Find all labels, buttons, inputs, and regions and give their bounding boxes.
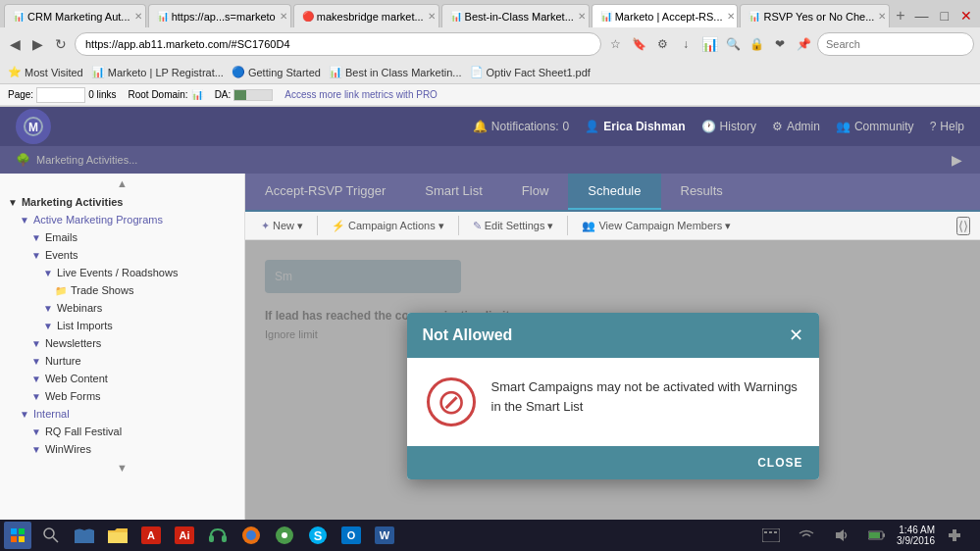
tab-label-schedule: Schedule [588,183,641,198]
star-icon[interactable]: ☆ [605,34,625,54]
taskbar-chrome[interactable] [269,522,300,549]
taskbar-search[interactable] [35,522,67,549]
tab-close-rsvp[interactable]: ✕ [878,11,886,22]
page-input[interactable] [36,87,85,103]
bookmark-getting-started[interactable]: 🔵 Getting Started [232,66,321,78]
svg-point-15 [246,530,256,540]
new-button[interactable]: ✦ New ▾ [255,218,309,234]
user-item[interactable]: 👤 Erica Dishman [585,120,685,133]
taskbar-outlook[interactable]: O [335,522,367,549]
expand-icon-wc: ▼ [31,374,41,384]
edit-settings-button[interactable]: ✎ Edit Settings ▾ [467,218,560,234]
tab-accept-rsvp[interactable]: Accept-RSVP Trigger [245,174,405,210]
tab-flow[interactable]: Flow [502,174,568,210]
modal-header-close-button[interactable]: ✕ [789,325,803,346]
bookmark-best-class[interactable]: 📊 Best in Class Marketin... [329,66,462,78]
help-item[interactable]: ? Help [930,120,964,133]
history-item[interactable]: 🕐 History [701,120,756,133]
sub-nav-label: Marketing Activities... [36,154,137,166]
tab-marketo-active[interactable]: 📊 Marketo | Accept-RS... ✕ [592,4,739,27]
seo-access-more[interactable]: Access more link metrics with PRO [284,89,438,100]
sidebar-item-rq-fall[interactable]: ▼ RQ Fall Festival [0,423,244,440]
taskbar-skype[interactable]: S [302,522,334,549]
bookmark-icon[interactable]: 🔖 [629,34,648,54]
sidebar-item-nurture[interactable]: ▼ Nurture [0,352,244,370]
tab-close-crm[interactable]: ✕ [134,11,142,22]
community-item[interactable]: 👥 Community [836,120,914,133]
taskbar-battery-icon[interactable] [861,522,893,549]
sidebar-label-ts: Trade Shows [71,284,133,296]
reload-button[interactable]: ↻ [51,34,71,54]
tab-smart-list[interactable]: Smart List [405,174,502,210]
bookmark-most-visited[interactable]: ⭐ Most Visited [8,66,83,78]
sidebar-item-webinars[interactable]: ▼ Webinars [0,299,244,317]
tab-results[interactable]: Results [661,174,743,210]
forward-button[interactable]: ▶ [28,34,47,54]
marketo-logo[interactable]: M [16,109,51,144]
taskbar-word[interactable]: W [369,522,400,549]
tab-close-best[interactable]: ✕ [578,11,586,22]
back-button[interactable]: ◀ [6,34,25,54]
content-area: ▲ ▼ Marketing Activities ▼ Active Market… [0,174,980,551]
modal-close-button[interactable]: CLOSE [757,456,802,470]
taskbar-volume-icon[interactable] [826,522,857,549]
modal-no-sign-icon: ⊘ [427,377,476,426]
download-icon[interactable]: ↓ [676,34,696,54]
sidebar-item-winwires[interactable]: ▼ WinWires [0,440,244,458]
taskbar-explorer[interactable] [69,522,100,549]
tab-crm[interactable]: 📊 CRM Marketing Aut... ✕ [4,4,146,27]
sidebar-scroll-down[interactable]: ▼ [0,458,244,477]
sidebar-item-active-programs[interactable]: ▼ Active Marketing Programs [0,211,244,228]
settings-icon[interactable]: ⚙ [652,34,672,54]
ext5-icon[interactable]: 📌 [794,34,813,54]
tab-best[interactable]: 📊 Best-in-Class Market... ✕ [441,4,590,27]
svg-rect-25 [764,531,767,533]
address-input[interactable] [75,32,601,56]
sidebar-item-events[interactable]: ▼ Events [0,246,244,264]
sub-nav-arrow-button[interactable]: ▶ [950,150,964,170]
restore-button[interactable]: □ [937,6,953,25]
taskbar-firefox[interactable] [235,522,267,549]
search-input[interactable] [817,32,974,56]
taskbar-adobe2[interactable]: Ai [169,522,200,549]
minimize-button[interactable]: — [911,6,933,25]
tab-rsvp[interactable]: 📊 RSVP Yes or No Che... ✕ [740,4,890,27]
sidebar-scroll-up[interactable]: ▲ [0,174,244,193]
sidebar-item-trade-shows[interactable]: 📁 Trade Shows [0,281,244,299]
start-button[interactable] [4,522,31,549]
ext2-icon[interactable]: 🔍 [723,34,743,54]
bookmark-marketo-lp[interactable]: 📊 Marketo | LP Registrat... [91,66,224,78]
notifications-item[interactable]: 🔔 Notifications: 0 [473,120,569,133]
ext1-icon[interactable]: 📊 [699,34,719,54]
bookmark-optiv[interactable]: 📄 Optiv Fact Sheet1.pdf [470,66,591,78]
ext3-icon[interactable]: 🔒 [747,34,766,54]
new-tab-button[interactable]: + [892,7,908,25]
sidebar-item-marketing-activities[interactable]: ▼ Marketing Activities [0,193,244,211]
tab-makes[interactable]: 🔴 makesbridge market... ✕ [293,4,439,27]
admin-item[interactable]: ⚙ Admin [772,120,820,133]
taskbar-keyboard-icon[interactable] [755,522,787,549]
sidebar-item-newsletters[interactable]: ▼ Newsletters [0,334,244,352]
tab-close-ap[interactable]: ✕ [280,11,287,22]
sidebar-item-internal[interactable]: ▼ Internal [0,405,244,423]
taskbar-notification-btn[interactable] [939,522,970,549]
sidebar-item-emails[interactable]: ▼ Emails [0,228,244,246]
tab-schedule[interactable]: Schedule [568,174,660,210]
toolbar-expand-button[interactable]: ⟨⟩ [956,217,970,235]
taskbar-folder[interactable] [102,522,133,549]
sidebar-item-list-imports[interactable]: ▼ List Imports [0,317,244,334]
taskbar-headphones[interactable] [202,522,233,549]
tab-ap[interactable]: 📊 https://ap...s=marketo ✕ [148,4,291,27]
sidebar-item-live-events[interactable]: ▼ Live Events / Roadshows [0,264,244,281]
taskbar-adobe[interactable]: A [135,522,167,549]
campaign-actions-button[interactable]: ⚡ Campaign Actions ▾ [326,218,450,234]
tab-close-makes[interactable]: ✕ [428,11,436,22]
close-window-button[interactable]: ✕ [956,6,976,25]
ext4-icon[interactable]: ❤ [770,34,790,54]
tab-close-marketo[interactable]: ✕ [727,11,735,22]
sidebar-item-web-content[interactable]: ▼ Web Content [0,370,244,387]
seo-page: Page: 0 links [8,87,117,103]
taskbar-network-icon[interactable] [791,522,822,549]
view-campaign-members-button[interactable]: 👥 View Campaign Members ▾ [576,218,737,234]
sidebar-item-web-forms[interactable]: ▼ Web Forms [0,387,244,405]
